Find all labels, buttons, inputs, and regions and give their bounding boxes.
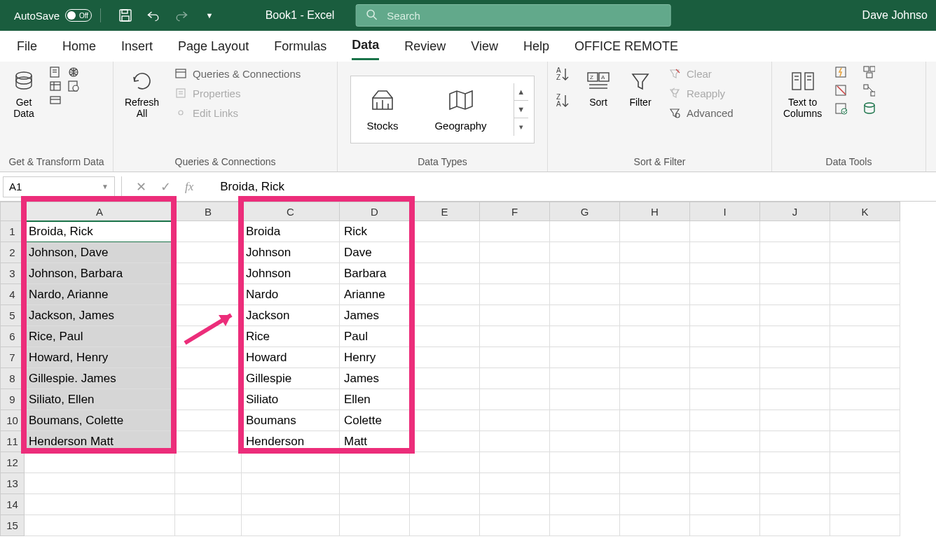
- cell[interactable]: [620, 515, 690, 536]
- row-header[interactable]: 7: [0, 347, 25, 368]
- cell[interactable]: [760, 326, 830, 347]
- cell[interactable]: [480, 410, 550, 431]
- cell[interactable]: [830, 389, 900, 410]
- tab-view[interactable]: View: [471, 34, 498, 59]
- tab-home[interactable]: Home: [62, 34, 96, 59]
- cell[interactable]: [620, 368, 690, 389]
- row-header[interactable]: 8: [0, 368, 25, 389]
- tab-insert[interactable]: Insert: [121, 34, 153, 59]
- cell[interactable]: [175, 326, 242, 347]
- save-icon[interactable]: [118, 8, 133, 23]
- cell[interactable]: [175, 368, 242, 389]
- cell[interactable]: [620, 347, 690, 368]
- cell[interactable]: [480, 431, 550, 452]
- gallery-more-icon[interactable]: ▾: [514, 118, 528, 136]
- cell[interactable]: [760, 221, 830, 242]
- formula-input[interactable]: Broida, Rick: [203, 180, 936, 194]
- cell[interactable]: [620, 494, 690, 515]
- cell[interactable]: [410, 431, 480, 452]
- cell[interactable]: Howard, Henry: [25, 347, 175, 368]
- cell[interactable]: [620, 284, 690, 305]
- cell[interactable]: [550, 326, 620, 347]
- cell[interactable]: [620, 326, 690, 347]
- cell[interactable]: [830, 326, 900, 347]
- cell[interactable]: [242, 515, 340, 536]
- toggle-switch[interactable]: Off: [65, 9, 92, 22]
- cancel-formula-icon[interactable]: ✕: [136, 179, 146, 195]
- name-box-dropdown-icon[interactable]: ▼: [102, 183, 109, 190]
- cell[interactable]: [620, 263, 690, 284]
- cell[interactable]: [410, 389, 480, 410]
- cell[interactable]: [410, 494, 480, 515]
- cell[interactable]: [410, 452, 480, 473]
- cell[interactable]: [175, 452, 242, 473]
- cell[interactable]: [760, 305, 830, 326]
- from-table-icon[interactable]: [49, 80, 62, 92]
- cell[interactable]: [760, 368, 830, 389]
- cell[interactable]: [480, 473, 550, 494]
- cell[interactable]: [25, 515, 175, 536]
- cell[interactable]: [175, 410, 242, 431]
- cell[interactable]: Nardo: [242, 284, 340, 305]
- sort-asc-icon[interactable]: AZ: [555, 66, 573, 85]
- row-header[interactable]: 14: [0, 494, 25, 515]
- cell[interactable]: Boumans, Colette: [25, 410, 175, 431]
- col-header-j[interactable]: J: [760, 202, 830, 221]
- autosave-toggle[interactable]: AutoSave Off: [14, 9, 92, 22]
- cell[interactable]: [620, 473, 690, 494]
- cell[interactable]: Broida, Rick: [25, 221, 175, 242]
- cell[interactable]: Ellen: [340, 389, 410, 410]
- undo-icon[interactable]: [146, 8, 161, 23]
- cell[interactable]: [830, 431, 900, 452]
- col-header-b[interactable]: B: [175, 202, 242, 221]
- cell[interactable]: [830, 452, 900, 473]
- cell[interactable]: [620, 452, 690, 473]
- cell[interactable]: [830, 473, 900, 494]
- geography-type[interactable]: Geography: [425, 85, 496, 134]
- cell[interactable]: Arianne: [340, 284, 410, 305]
- cell[interactable]: [550, 347, 620, 368]
- cell[interactable]: [830, 221, 900, 242]
- cell[interactable]: [242, 494, 340, 515]
- cell[interactable]: [550, 221, 620, 242]
- flash-fill-icon[interactable]: [834, 66, 847, 78]
- cell[interactable]: [242, 473, 340, 494]
- cell[interactable]: [830, 494, 900, 515]
- row-header[interactable]: 5: [0, 305, 25, 326]
- cell[interactable]: [410, 305, 480, 326]
- cell[interactable]: [175, 305, 242, 326]
- cell[interactable]: Nardo, Arianne: [25, 284, 175, 305]
- cell[interactable]: [690, 515, 760, 536]
- cell[interactable]: [690, 494, 760, 515]
- row-header[interactable]: 15: [0, 515, 25, 536]
- cell[interactable]: [175, 494, 242, 515]
- cell[interactable]: Matt: [340, 431, 410, 452]
- cell[interactable]: Johnson, Dave: [25, 242, 175, 263]
- existing-connections-icon[interactable]: [49, 94, 62, 106]
- data-model-icon[interactable]: [862, 102, 875, 115]
- cell[interactable]: [480, 389, 550, 410]
- queries-connections-button[interactable]: Queries & Connections: [172, 66, 303, 81]
- cell[interactable]: [690, 368, 760, 389]
- cell[interactable]: [760, 242, 830, 263]
- cell[interactable]: [690, 431, 760, 452]
- cell[interactable]: [175, 263, 242, 284]
- cell[interactable]: [480, 452, 550, 473]
- cell[interactable]: [550, 242, 620, 263]
- advanced-filter-button[interactable]: Advanced: [666, 105, 736, 120]
- cell[interactable]: [175, 473, 242, 494]
- tab-formulas[interactable]: Formulas: [274, 34, 326, 59]
- gallery-up-icon[interactable]: ▲: [514, 83, 528, 101]
- cell[interactable]: Boumans: [242, 410, 340, 431]
- cell[interactable]: [760, 263, 830, 284]
- cell[interactable]: [480, 263, 550, 284]
- cell[interactable]: Dave: [340, 242, 410, 263]
- cell[interactable]: [480, 515, 550, 536]
- cell[interactable]: [175, 389, 242, 410]
- col-header-h[interactable]: H: [620, 202, 690, 221]
- cell[interactable]: [25, 494, 175, 515]
- cell[interactable]: [410, 284, 480, 305]
- cell[interactable]: [175, 221, 242, 242]
- cell[interactable]: [175, 284, 242, 305]
- cell[interactable]: [760, 284, 830, 305]
